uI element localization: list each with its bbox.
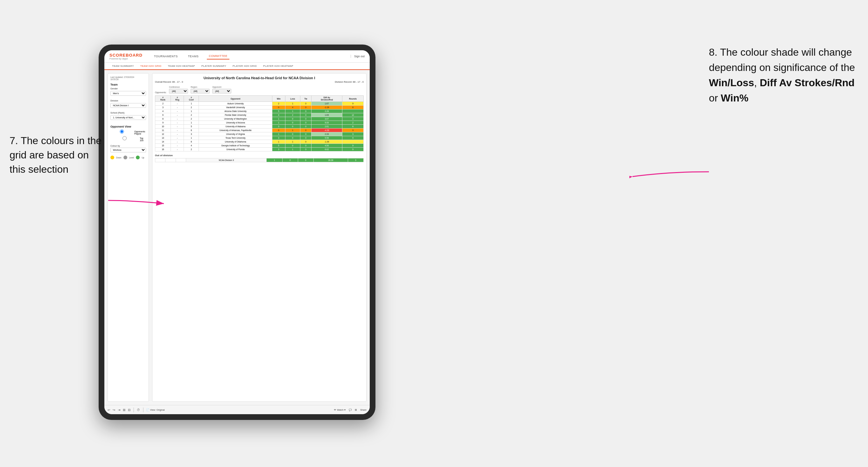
legend-level-dot bbox=[123, 156, 127, 159]
out-of-div-label: Out of division bbox=[155, 154, 364, 157]
cell-rank: 14 bbox=[155, 140, 171, 144]
gender-select[interactable]: Men's bbox=[111, 91, 146, 96]
cell-conf: 2 bbox=[184, 148, 199, 151]
paste-icon[interactable]: ⊟ bbox=[128, 408, 130, 412]
colour-by-select[interactable]: Win/loss bbox=[111, 148, 146, 152]
cell-tie: 0 bbox=[300, 128, 311, 132]
radio-opponents-label: Opponents Played bbox=[134, 130, 146, 135]
main-content: Last Updated: 27/03/202416:55:28 Team Ge… bbox=[104, 70, 370, 405]
col-opponent: Opponent bbox=[199, 96, 272, 102]
cell-reg: - bbox=[171, 121, 184, 125]
col-rank: #Rank bbox=[155, 96, 171, 102]
radio-top100[interactable]: Top 100 bbox=[111, 136, 146, 142]
tab-team-summary[interactable]: TEAM SUMMARY bbox=[110, 63, 136, 69]
watch-button[interactable]: 👁 Watch ▾ bbox=[334, 408, 345, 411]
app-logo-sub: Powered by clippd bbox=[110, 58, 143, 60]
conference-filter: Conference (All) bbox=[169, 86, 188, 94]
redo-icon[interactable]: ↪ bbox=[113, 408, 115, 412]
cell-conf: 5 bbox=[184, 125, 199, 128]
region-select[interactable]: (All) bbox=[191, 89, 210, 94]
cell-loss: 4 bbox=[285, 105, 300, 110]
cell-loss: 1 bbox=[285, 128, 300, 132]
cell-reg: - bbox=[171, 136, 184, 140]
cell-rank: 2 bbox=[155, 102, 171, 105]
cell-reg: - bbox=[171, 113, 184, 117]
cell-reg: - bbox=[171, 128, 184, 132]
col-rounds: Rounds bbox=[342, 96, 364, 102]
annotation-left: 7. The colours in the grid are based on … bbox=[9, 134, 102, 176]
cell-tie: 0 bbox=[300, 113, 311, 117]
cell-tie: 0 bbox=[300, 144, 311, 148]
cell-conf: 1 bbox=[184, 121, 199, 125]
cell-opponent: Auburn University bbox=[199, 102, 272, 105]
present-icon[interactable]: ⊞ bbox=[355, 408, 357, 411]
comment-icon[interactable]: 💬 bbox=[349, 408, 351, 411]
cell-loss: 0 bbox=[285, 121, 300, 125]
tab-player-h2h-grid[interactable]: PLAYER H2H GRID bbox=[230, 63, 259, 69]
division-label: Division bbox=[111, 100, 146, 102]
tab-player-summary[interactable]: PLAYER SUMMARY bbox=[199, 63, 229, 69]
cell-reg: - bbox=[171, 105, 184, 110]
cell-win: 1 bbox=[272, 140, 285, 144]
undo-icon[interactable]: ↩ bbox=[107, 408, 110, 412]
cell-opponent: University of Arizona bbox=[199, 121, 272, 125]
cell-opponent: Georgia Institute of Technology bbox=[199, 144, 272, 148]
opponent-select[interactable]: (All) bbox=[212, 89, 231, 94]
cell-loss: 1 bbox=[285, 102, 300, 105]
tab-player-h2h-heatmap[interactable]: PLAYER H2H HEATMAP bbox=[260, 63, 296, 69]
cell-rank: 10 bbox=[155, 125, 171, 128]
cell-rank: 11 bbox=[155, 128, 171, 132]
cell-rounds: 12 bbox=[342, 113, 364, 117]
clock-icon[interactable]: ⏱ bbox=[137, 408, 140, 412]
cell-win: 0 bbox=[272, 105, 285, 110]
nav-committee[interactable]: COMMITTEE bbox=[207, 53, 229, 60]
app-logo: SCOREBOARD bbox=[110, 53, 143, 58]
out-of-division: Out of division NCAA Division II 1 0 0 2… bbox=[155, 154, 364, 162]
grid-title: University of North Carolina Head-to-Hea… bbox=[155, 76, 364, 80]
view-label[interactable]: 📄 View: Original bbox=[146, 408, 164, 411]
cell-rank: 3 bbox=[155, 105, 171, 110]
legend-up-dot bbox=[136, 156, 140, 159]
tab-team-h2h-grid[interactable]: TEAM H2H GRID bbox=[138, 63, 164, 70]
cell-diff: 5.56 bbox=[311, 136, 342, 140]
school-select[interactable]: 1. University of Nort... bbox=[111, 115, 146, 120]
cell-rank: 15 bbox=[155, 144, 171, 148]
division-select[interactable]: NCAA Division I bbox=[111, 103, 146, 108]
nav-tournaments[interactable]: TOURNAMENTS bbox=[152, 54, 180, 59]
grid-subtitle: Overall Record: 89 - 17 - 0 Division Rec… bbox=[155, 81, 364, 83]
cell-conf: 1 bbox=[184, 136, 199, 140]
cell-tie: 0 bbox=[300, 105, 311, 110]
toolbar-sep2: | bbox=[143, 407, 144, 413]
share-button[interactable]: Share bbox=[360, 408, 367, 411]
opponent-view-title: Opponent View bbox=[111, 125, 146, 128]
radio-top100-label: Top 100 bbox=[140, 137, 146, 142]
table-row: 10 - 5 University of Alabama 3 0 0 2.61 … bbox=[155, 125, 364, 128]
cell-rounds: 2 bbox=[342, 121, 364, 125]
nav-teams[interactable]: TEAMS bbox=[186, 54, 201, 59]
out-of-div-row: NCAA Division II 1 0 0 26.00 3 bbox=[155, 158, 364, 162]
radio-group: Opponents Played Top 100 bbox=[111, 129, 146, 142]
col-reg: #Reg bbox=[171, 96, 184, 102]
cell-conf: 2 bbox=[184, 105, 199, 110]
cell-loss: 1 bbox=[285, 110, 300, 113]
cell-conf: 3 bbox=[184, 132, 199, 136]
annotation-right-text: 8. The colour shade will change dependin… bbox=[709, 46, 855, 104]
filter-row: Opponents: Conference (All) Region (All) bbox=[155, 86, 364, 94]
conference-select[interactable]: (All) bbox=[169, 89, 188, 94]
cell-loss: 0 bbox=[285, 144, 300, 148]
tab-team-h2h-heatmap[interactable]: TEAM H2H HEATMAP bbox=[165, 63, 197, 69]
last-updated: Last Updated: 27/03/202416:55:28 bbox=[111, 76, 146, 81]
col-conf: #Conf bbox=[184, 96, 199, 102]
sub-nav: TEAM SUMMARY TEAM H2H GRID TEAM H2H HEAT… bbox=[104, 63, 370, 70]
copy-icon[interactable]: ⊞ bbox=[123, 408, 125, 412]
cell-tie: 0 bbox=[300, 125, 311, 128]
colour-legend: Down Level Up bbox=[111, 156, 146, 159]
forward-icon[interactable]: ⇥ bbox=[118, 408, 120, 412]
radio-opponents-played[interactable]: Opponents Played bbox=[111, 129, 146, 135]
app-header: SCOREBOARD Powered by clippd TOURNAMENTS… bbox=[104, 50, 370, 63]
sign-out-link[interactable]: Sign out bbox=[351, 55, 365, 58]
cell-win: 2 bbox=[272, 102, 285, 105]
table-row: 11 - 6 University of Arkansas, Fayettevi… bbox=[155, 128, 364, 132]
cell-opponent: Texas Tech University bbox=[199, 136, 272, 140]
legend-up-label: Up bbox=[142, 157, 144, 159]
